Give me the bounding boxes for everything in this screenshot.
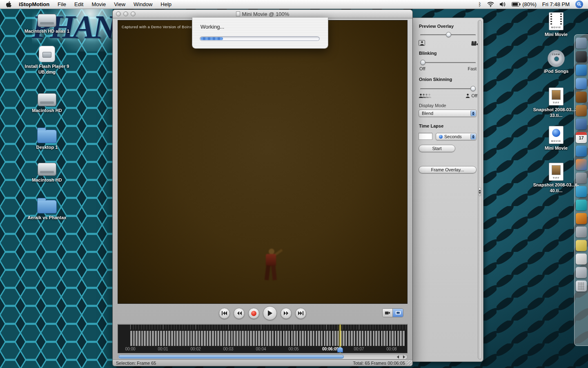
- onion-skinning-slider[interactable]: [420, 86, 476, 92]
- go-to-end-button[interactable]: [295, 308, 306, 319]
- desktop-icon-macintosh-hd[interactable]: Macintosh HD: [20, 91, 74, 114]
- desktop-icon-macintosh-hd-2[interactable]: Macintosh HD: [20, 160, 74, 183]
- search-icon: [577, 2, 581, 7]
- movie-file-icon: MOVIE: [549, 12, 564, 30]
- dock-icon[interactable]: [576, 78, 587, 89]
- icon-label: Snapshot 2008-03...3-33.ti...: [531, 107, 581, 119]
- hard-drive-icon: [38, 163, 56, 176]
- slider-thumb[interactable]: [470, 86, 476, 91]
- scroll-right-icon[interactable]: [403, 355, 405, 359]
- icon-label: Desktop 1: [36, 145, 58, 150]
- camera-view-button[interactable]: [383, 309, 393, 317]
- desktop-icon-mini-movie[interactable]: MOVIE Mini Movie: [530, 12, 583, 38]
- menu-movie[interactable]: Movie: [87, 0, 110, 9]
- battery-indicator[interactable]: (80%): [512, 1, 537, 7]
- dock-trash[interactable]: [576, 280, 587, 292]
- dock-icon[interactable]: [576, 65, 587, 76]
- menu-edit[interactable]: Edit: [70, 0, 87, 9]
- title-bar[interactable]: Mini Movie @ 100%: [113, 10, 412, 18]
- rewind-button[interactable]: [234, 308, 245, 319]
- desktop-icon-desktop-1-folder[interactable]: Desktop 1: [20, 127, 74, 150]
- menu-view[interactable]: View: [110, 0, 129, 9]
- dock-icon[interactable]: [576, 105, 587, 116]
- dock-calendar[interactable]: 17: [576, 132, 587, 143]
- display-mode-value: Blend: [422, 111, 433, 116]
- dock-icon[interactable]: [576, 227, 587, 238]
- dock-icon[interactable]: [576, 267, 587, 278]
- dock-icon[interactable]: [576, 38, 587, 49]
- popup-arrows-icon: [470, 134, 476, 139]
- movie-camera-icon: [471, 41, 478, 46]
- unit-icon: [439, 135, 443, 139]
- menu-help[interactable]: Help: [156, 0, 176, 9]
- preview-overlay-slider[interactable]: [420, 32, 476, 38]
- dock-icon[interactable]: [576, 186, 587, 197]
- icon-label: Macintosh HD: [32, 177, 62, 183]
- desktop-icon-macintosh-hd-alias[interactable]: Macintosh HD alias 1: [20, 11, 74, 34]
- cdrw-disc-icon: CDRW: [548, 50, 565, 67]
- start-button[interactable]: Start: [419, 145, 455, 152]
- fast-forward-button[interactable]: [281, 308, 292, 319]
- zoom-button[interactable]: [131, 11, 136, 16]
- hard-drive-icon: [38, 14, 56, 27]
- dock-icon[interactable]: [576, 51, 587, 62]
- play-button[interactable]: [263, 306, 277, 320]
- timeline-frames[interactable]: [130, 331, 405, 346]
- scrollbar-thumb[interactable]: [118, 355, 344, 359]
- film-view-button[interactable]: [393, 309, 403, 317]
- blinking-slider[interactable]: [420, 60, 476, 65]
- resize-grip[interactable]: [407, 360, 412, 365]
- slider-thumb[interactable]: [446, 32, 451, 37]
- time-lapse-unit-popup[interactable]: Seconds: [436, 133, 477, 140]
- frame-overlay-button[interactable]: Frame Overlay...: [419, 166, 477, 173]
- istopmotion-window: Mini Movie @ 100% Captured with a Demo V…: [112, 9, 413, 366]
- record-button[interactable]: [248, 308, 259, 319]
- desktop-icon-aeraik-vs-phantax-folder[interactable]: Aeraik vs Phantax: [20, 197, 74, 221]
- disk-image-icon: [39, 46, 55, 62]
- dock-icon[interactable]: [576, 146, 587, 157]
- drawer-scrollbar[interactable]: [478, 20, 482, 359]
- time-label: 00:00: [121, 347, 139, 351]
- desktop-icon-flash-player-dmg[interactable]: Install Flash Player 9 UB.dmg: [20, 46, 74, 75]
- dock-icon[interactable]: [576, 92, 587, 103]
- icon-label: Aeraik vs Phantax: [28, 215, 67, 221]
- time-label: 00:04: [252, 347, 270, 351]
- dock-icon[interactable]: [576, 159, 587, 170]
- menu-file[interactable]: File: [53, 0, 70, 9]
- onion-off-label: Off: [472, 93, 477, 98]
- scroll-left-icon[interactable]: [397, 355, 399, 359]
- dock-icon[interactable]: [576, 173, 587, 184]
- window-title-text: Mini Movie @ 100%: [242, 11, 290, 17]
- display-mode-popup[interactable]: Blend: [419, 110, 477, 117]
- app-menu[interactable]: iStopMotion: [15, 0, 53, 9]
- icon-label: Mini Movie: [545, 32, 568, 38]
- dock-icon[interactable]: [576, 200, 587, 211]
- dock-icon[interactable]: [576, 254, 587, 265]
- dock-icon[interactable]: [576, 119, 587, 130]
- scrollbar-arrows[interactable]: [396, 355, 406, 359]
- go-to-start-button[interactable]: [219, 308, 230, 319]
- slider-thumb[interactable]: [420, 60, 425, 65]
- timeline-scrollbar[interactable]: [118, 354, 408, 359]
- icon-label: iPod Songs: [544, 69, 569, 74]
- volume-icon[interactable]: [500, 2, 506, 7]
- menu-window[interactable]: Window: [129, 0, 156, 9]
- dock-icon[interactable]: [576, 240, 587, 251]
- menu-clock[interactable]: Fri 7:48 PM: [542, 1, 570, 7]
- stop-motion-figure: [262, 249, 283, 286]
- scroll-arrows-icon[interactable]: [479, 187, 481, 196]
- bluetooth-icon[interactable]: ᛒ: [478, 1, 481, 7]
- document-icon: [236, 11, 240, 16]
- quicktime-movie-icon: MOVIE: [549, 126, 564, 144]
- minimize-button[interactable]: [123, 11, 128, 16]
- apple-menu[interactable]: [3, 1, 15, 8]
- status-bar: Selection: Frame 65 Total: 65 Frames 00:…: [113, 359, 412, 366]
- time-lapse-input[interactable]: [419, 133, 432, 140]
- dock-icon[interactable]: [576, 213, 587, 224]
- timeline[interactable]: 00:00 00:01 00:02 00:03 00:04 00:05 00:0…: [118, 324, 408, 353]
- file-badge: TIFF: [549, 177, 563, 179]
- spotlight-button[interactable]: [575, 0, 583, 8]
- close-button[interactable]: [116, 11, 121, 16]
- wifi-icon[interactable]: [487, 2, 494, 7]
- dock-icons: 17: [575, 35, 588, 293]
